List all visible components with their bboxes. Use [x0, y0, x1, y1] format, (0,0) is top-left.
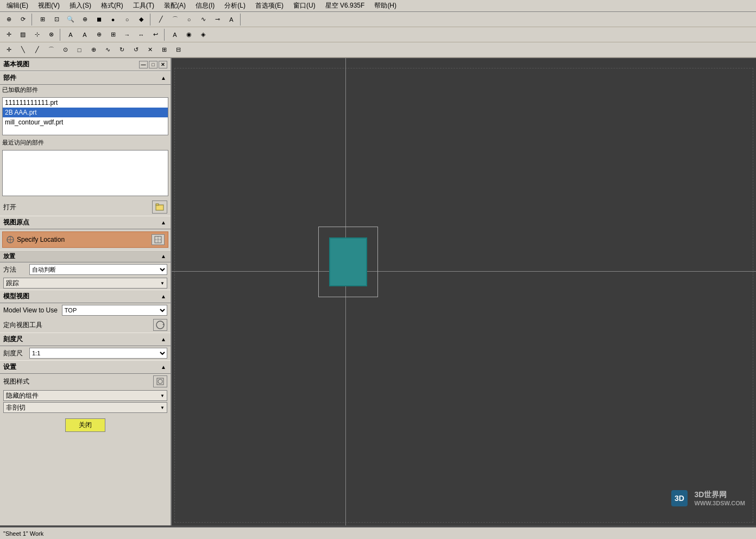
tb3-r1[interactable]: ↻	[115, 44, 128, 56]
close-button[interactable]: 关闭	[65, 418, 105, 432]
tb-text[interactable]: A	[225, 14, 238, 26]
menu-format[interactable]: 格式(R)	[97, 0, 128, 11]
menu-analysis[interactable]: 分析(L)	[220, 0, 250, 11]
tb2-hatch[interactable]: ▨	[16, 29, 29, 41]
specify-location-row: Specify Location	[2, 231, 168, 248]
tb2-snap[interactable]: ✛	[2, 29, 15, 41]
parts-item-0[interactable]: 111111111111.prt	[3, 98, 168, 108]
non-cut-row[interactable]: 非剖切 ▼	[3, 402, 167, 413]
tb2-r1[interactable]: ↩	[149, 29, 162, 41]
tb2-pattern[interactable]: ⊗	[45, 29, 58, 41]
tb3-line1[interactable]: ╲	[16, 44, 29, 56]
panel-scroll-area: 部件 ▲ 已加载的部件 111111111111.prt 2B AAA.prt …	[0, 71, 171, 525]
tb3-cross[interactable]: ✛	[2, 44, 15, 56]
tb2-sym[interactable]: ⊕	[92, 29, 105, 41]
tb2-move[interactable]: ↔	[135, 29, 148, 41]
view-style-btn[interactable]	[153, 375, 167, 387]
orient-tool-btn[interactable]	[153, 319, 167, 331]
svg-rect-1	[156, 204, 159, 205]
tb3-rect[interactable]: □	[73, 44, 86, 56]
parts-item-1[interactable]: 2B AAA.prt	[3, 108, 168, 117]
method-label: 方法	[3, 265, 25, 274]
menu-insert[interactable]: 插入(S)	[65, 0, 96, 11]
menu-view[interactable]: 视图(V)	[34, 0, 64, 11]
tb2-balloon[interactable]: ◉	[182, 29, 196, 41]
tb2-font[interactable]: A	[78, 29, 91, 41]
3d-view-object	[329, 237, 367, 286]
menu-tools[interactable]: 工具(T)	[129, 0, 159, 11]
model-view-select[interactable]: TOP	[62, 305, 167, 316]
parts-section-label: 部件	[3, 73, 16, 83]
menu-info[interactable]: 信息(I)	[191, 0, 219, 11]
panel-minimize-btn[interactable]: —	[139, 61, 148, 68]
menu-preferences[interactable]: 首选项(E)	[251, 0, 288, 11]
tb3-line2[interactable]: ╱	[30, 44, 43, 56]
tb3-poly[interactable]: ⊕	[87, 44, 100, 56]
tb-wire[interactable]: ○	[121, 14, 134, 26]
tb-3d[interactable]: ◼	[92, 14, 105, 26]
toolbar-row-3: ✛ ╲ ╱ ⌒ ⊙ □ ⊕ ∿ ↻ ↺ ✕ ⊞ ⊟	[0, 42, 756, 58]
tb-measure[interactable]: ⊸	[211, 14, 224, 26]
model-view-row: Model View to Use TOP	[0, 303, 171, 317]
tb-arc[interactable]: ⌒	[168, 14, 181, 26]
parts-collapse-btn[interactable]: ▲	[160, 74, 167, 82]
tb2-arr[interactable]: →	[121, 29, 134, 41]
settings-collapse[interactable]: ▲	[160, 363, 167, 371]
tb-shading[interactable]: ●	[106, 14, 119, 26]
tb3-group[interactable]: ⊞	[158, 44, 171, 56]
menu-edit[interactable]: 编辑(E)	[2, 0, 33, 11]
tb3-ellipse[interactable]: ⊙	[59, 44, 72, 56]
menu-help[interactable]: 帮助(H)	[370, 0, 401, 11]
hidden-components-row[interactable]: 隐藏的组件 ▼	[3, 390, 167, 401]
tb3-spline[interactable]: ∿	[101, 44, 114, 56]
tb2-dim[interactable]: ⊹	[30, 29, 43, 41]
scale-collapse[interactable]: ▲	[160, 336, 167, 343]
method-select[interactable]: 自动判断	[29, 264, 167, 275]
track-arrow: ▼	[160, 281, 165, 286]
view-origin-label: 视图原点	[3, 218, 29, 227]
drawing-canvas: 3D 3D世界网 WWW.3DSW.COM	[172, 58, 756, 525]
canvas-area[interactable]: 3D 3D世界网 WWW.3DSW.COM	[172, 58, 756, 525]
hidden-arrow: ▼	[160, 393, 165, 398]
tb3-r2[interactable]: ↺	[129, 44, 142, 56]
open-btn[interactable]	[152, 200, 167, 214]
parts-item-2[interactable]: mill_contour_wdf.prt	[3, 117, 168, 127]
status-text: "Sheet 1" Work	[3, 530, 43, 537]
panel-restore-btn[interactable]: □	[149, 61, 158, 68]
model-view-collapse[interactable]: ▲	[160, 293, 167, 300]
view-origin-collapse[interactable]: ▲	[160, 219, 167, 227]
specify-location-btn[interactable]	[152, 234, 165, 245]
panel-titlebar: 基本视图 — □ ✕	[0, 58, 171, 71]
scale-select[interactable]: 1:1	[29, 348, 167, 359]
toolbar-area: ⊕ ⟳ ⊞ ⊡ 🔍 ⊕ ◼ ● ○ ◆ ╱ ⌒ ○ ∿ ⊸ A ✛ ▨ ⊹ ⊗ …	[0, 12, 756, 58]
tb3-del[interactable]: ✕	[143, 44, 156, 56]
tb-select[interactable]: ⊕	[2, 14, 15, 26]
menu-assembly[interactable]: 装配(A)	[160, 0, 190, 11]
tb-zoom2[interactable]: ⊕	[78, 14, 91, 26]
tb3-ungroup[interactable]: ⊟	[172, 44, 185, 56]
tb2-a1[interactable]: A	[168, 29, 181, 41]
tb-curve[interactable]: ∿	[197, 14, 210, 26]
scale-sub-label: 刻度尺	[3, 349, 25, 358]
tb3-arc1[interactable]: ⌒	[45, 44, 58, 56]
coordinate-icon	[154, 235, 162, 244]
tb-rotate[interactable]: ⟳	[16, 14, 29, 26]
tb-line[interactable]: ╱	[154, 14, 167, 26]
tb2-surface[interactable]: ◈	[197, 29, 210, 41]
specify-location-icon	[6, 235, 15, 244]
tb-zoom[interactable]: 🔍	[64, 14, 77, 26]
model-view-header: 模型视图 ▲	[0, 290, 171, 303]
placement-collapse[interactable]: ▲	[160, 253, 167, 260]
settings-header: 设置 ▲	[0, 360, 171, 374]
tb2-text2[interactable]: A	[64, 29, 77, 41]
panel-title-buttons: — □ ✕	[139, 61, 167, 68]
track-row[interactable]: 跟踪 ▼	[3, 278, 167, 289]
tb2-tbl[interactable]: ⊞	[106, 29, 119, 41]
menu-starsky[interactable]: 星空 V6.935F	[321, 0, 369, 11]
tb-circle[interactable]: ○	[182, 14, 196, 26]
tb-solid[interactable]: ◆	[135, 14, 148, 26]
panel-close-btn[interactable]: ✕	[159, 61, 167, 68]
tb-grid[interactable]: ⊞	[36, 14, 49, 26]
tb-fit[interactable]: ⊡	[50, 14, 63, 26]
menu-window[interactable]: 窗口(U)	[289, 0, 320, 11]
